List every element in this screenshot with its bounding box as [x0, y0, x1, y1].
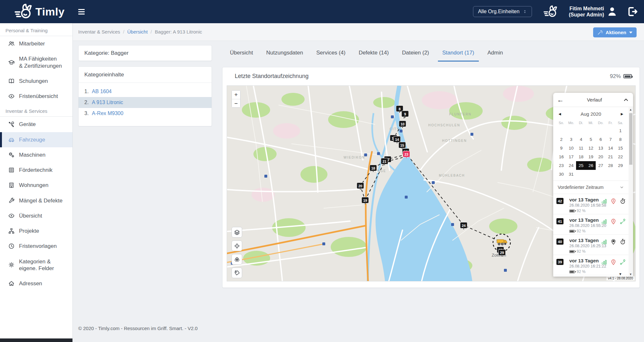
sidebar-item-maschinen[interactable]: Maschinen [0, 147, 72, 162]
calendar-day[interactable]: 14 [606, 144, 616, 152]
calendar-day[interactable]: 13 [596, 144, 606, 152]
map-marker-29[interactable]: 29 [498, 249, 506, 257]
sidebar-item-mitarbeiter[interactable]: Mitarbeiter [0, 36, 72, 51]
sidebar-item-ma-fähigkeiten-zertifizierungen[interactable]: MA Fähigkeiten & Zertifizierungen [0, 51, 72, 73]
battery-icon [569, 210, 575, 212]
calendar-day[interactable]: 8 [615, 135, 625, 144]
history-entry[interactable]: 39vor 13 Tagen26.08.2020 16:21:2292 % [553, 255, 629, 275]
calendar-day[interactable]: 21 [606, 152, 616, 161]
preset-range-dropdown[interactable]: Vordefinierter Zeitraum [553, 181, 629, 194]
calendar-day[interactable]: 20 [596, 152, 606, 161]
collapse-chevron-icon[interactable] [623, 97, 629, 103]
calendar-day[interactable]: 15 [615, 144, 625, 152]
org-unit-selector[interactable]: Alle Org.Einheiten [473, 6, 532, 17]
map-marker-9[interactable]: 9 [402, 111, 409, 118]
calendar-day[interactable]: 19 [586, 152, 596, 161]
tab-standort-17[interactable]: Standort (17) [438, 47, 479, 62]
cluster-button[interactable] [232, 254, 242, 265]
zoom-out-button[interactable]: − [232, 99, 240, 107]
prev-month-icon[interactable]: ◄ [558, 112, 564, 116]
calendar-day[interactable]: 3 [566, 135, 576, 144]
sidebar-item-kategorien-eigene-felder[interactable]: Kategorien & eigene. Felder [0, 254, 72, 276]
user-menu[interactable]: Fitim Mehmeti (Super Admin) [569, 5, 618, 18]
sidebar-item-fördertechnik[interactable]: Fördertechnik [0, 162, 72, 178]
sidebar-item-fristenvorlagen[interactable]: Fristenvorlagen [0, 239, 72, 254]
sidebar-item-projekte[interactable]: Projekte [0, 223, 72, 239]
item-link[interactable]: A 913 Litronic [92, 100, 123, 105]
calendar-day[interactable]: 18 [576, 152, 586, 161]
calendar-day[interactable]: 31 [566, 170, 576, 179]
item-link[interactable]: AB 1604 [92, 89, 111, 94]
route-pins-icon [620, 218, 626, 225]
tab-übersicht[interactable]: Übersicht [225, 47, 258, 62]
more-entries-icon[interactable]: ▼ [619, 272, 622, 276]
calendar-day[interactable]: 4 [576, 135, 586, 144]
calendar-day[interactable]: 29 [615, 161, 625, 170]
calendar-day[interactable]: 26 [586, 161, 596, 170]
tab-nutzungsdaten[interactable]: Nutzungsdaten [262, 47, 308, 62]
calendar-day[interactable]: 28 [606, 161, 616, 170]
calendar-day[interactable]: 25 [576, 161, 586, 170]
map-marker-23[interactable]: 23 [403, 151, 410, 159]
breadcrumb-item[interactable]: Übersicht [127, 29, 147, 34]
tab-admin[interactable]: Admin [483, 47, 507, 62]
calendar-day[interactable]: 16 [556, 152, 566, 161]
tag-button[interactable] [232, 268, 242, 278]
scroll-up-icon[interactable]: ▲ [629, 108, 632, 111]
calendar-day[interactable]: 10 [566, 144, 576, 152]
calendar-day[interactable]: 27 [596, 161, 606, 170]
locate-button[interactable] [232, 240, 242, 251]
calendar-day[interactable]: 17 [566, 152, 576, 161]
hamburger-menu-icon[interactable] [78, 7, 87, 16]
map-marker-18[interactable]: 18 [370, 165, 377, 172]
sidebar-item-wohnungen[interactable]: Wohnungen [0, 178, 72, 193]
calendar-day[interactable]: 5 [586, 135, 596, 144]
tab-services-4[interactable]: Services (4) [312, 47, 350, 62]
panel-scrollbar[interactable]: ▲ ▼ [629, 107, 633, 277]
zoom-in-button[interactable]: + [232, 91, 240, 99]
tab-defekte-14[interactable]: Defekte (14) [354, 47, 393, 62]
actions-button[interactable]: Aktionen [593, 27, 637, 37]
map-marker-21[interactable]: 21 [381, 158, 388, 166]
tab-dateien-2[interactable]: Dateien (2) [397, 47, 433, 62]
calendar-day[interactable]: 7 [606, 135, 616, 144]
map-marker-15[interactable]: 15 [399, 142, 406, 150]
sidebar-item-geräte[interactable]: Geräte [0, 117, 72, 132]
calendar-day[interactable]: 12 [586, 144, 596, 152]
calendar-day[interactable]: 30 [556, 170, 566, 179]
scroll-down-icon[interactable]: ▼ [629, 273, 632, 276]
map-marker-20[interactable]: 20 [357, 183, 364, 190]
sidebar-item-schulungen[interactable]: Schulungen [0, 73, 72, 89]
map-marker-19[interactable]: 19 [362, 197, 369, 205]
calendar-day[interactable]: 6 [596, 135, 606, 144]
map-marker-24[interactable]: 24 [460, 222, 467, 230]
calendar-day[interactable]: 22 [615, 152, 625, 161]
next-month-icon[interactable]: ► [618, 112, 624, 116]
logout-icon[interactable] [626, 6, 639, 17]
calendar-day[interactable]: 23 [556, 161, 566, 170]
history-entry[interactable]: 42vor 13 Tagen26.08.2020 16:58:5892 % [553, 194, 629, 214]
category-content-item[interactable]: 1.AB 1604 [79, 86, 212, 97]
history-entry[interactable]: 40vor 13 Tagen26.08.2020 16:25:1392 % [553, 235, 629, 255]
calendar-day[interactable]: 1 [615, 126, 625, 135]
category-content-item[interactable]: 3.A-Rex M9300 [79, 108, 212, 119]
brand-logo[interactable]: Timly [13, 3, 65, 21]
sidebar-item-fristenübersicht[interactable]: Fristenübersicht [0, 89, 72, 104]
map[interactable]: CITYFLUNTERNHOCHSCHULENHOTTINGENMÜHLEBAC… [227, 85, 636, 281]
sidebar-item-fahrzeuge[interactable]: Fahrzeuge [0, 132, 72, 147]
scrollbar-thumb[interactable] [629, 113, 632, 165]
calendar-day[interactable]: 11 [576, 144, 586, 152]
calendar-day[interactable]: 2 [556, 135, 566, 144]
map-marker-10[interactable]: 10 [399, 121, 406, 128]
back-arrow-icon[interactable]: ← [557, 96, 566, 104]
calendar-day[interactable]: 9 [556, 144, 566, 152]
excavator-icon[interactable] [497, 239, 507, 245]
history-entry[interactable]: 41vor 13 Tagen26.08.2020 16:55:2092 % [553, 214, 629, 235]
sidebar-item-übersicht[interactable]: Übersicht [0, 208, 72, 223]
sidebar-item-mängel-defekte[interactable]: Mängel & Defekte [0, 193, 72, 208]
sidebar-item-adressen[interactable]: Adressen [0, 276, 72, 291]
item-link[interactable]: A-Rex M9300 [92, 111, 123, 116]
calendar-day[interactable]: 24 [566, 161, 576, 170]
layers-button[interactable] [232, 227, 242, 238]
category-content-item[interactable]: 2.A 913 Litronic [79, 97, 212, 108]
